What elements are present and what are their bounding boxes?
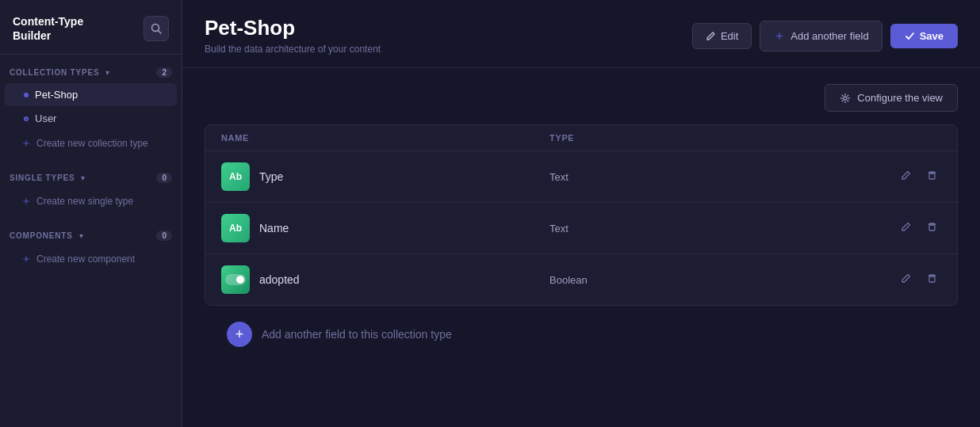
svg-rect-5 <box>929 276 935 282</box>
settings-icon <box>840 93 851 104</box>
delete-field-name-button[interactable] <box>923 218 941 238</box>
main-header: Pet-Shop Build the data architecture of … <box>182 0 980 68</box>
field-type-adopted: Boolean <box>549 274 878 286</box>
add-field-row-label: Add another field to this collection typ… <box>262 328 452 341</box>
delete-field-adopted-button[interactable] <box>923 269 941 290</box>
table-row: Ab Name Text <box>205 203 957 254</box>
field-name-name: Name <box>259 222 289 234</box>
collection-types-section: COLLECTION TYPES ▾ 2 Pet-Shop User ＋ Cre… <box>0 55 182 160</box>
search-icon <box>151 23 162 34</box>
edit-icon <box>900 273 912 284</box>
edit-field-type-button[interactable] <box>897 166 915 187</box>
edit-icon <box>900 170 912 181</box>
add-field-row[interactable]: + Add another field to this collection t… <box>205 306 958 363</box>
field-type-name: Text <box>549 223 878 234</box>
add-field-circle-icon: + <box>227 322 252 347</box>
sidebar: Content-TypeBuilder COLLECTION TYPES ▾ 2… <box>0 0 182 427</box>
edit-button[interactable]: Edit <box>692 23 752 49</box>
field-name-cell-adopted: adopted <box>221 265 549 294</box>
configure-view-label: Configure the view <box>857 92 943 104</box>
pet-shop-label: Pet-Shop <box>35 89 78 101</box>
field-name-adopted: adopted <box>259 273 300 286</box>
field-icon-type: Ab <box>221 162 250 191</box>
toggle-knob <box>236 276 244 284</box>
header-actions: Edit ＋ Add another field Save <box>692 21 958 51</box>
toggle-visual <box>225 274 246 285</box>
single-types-arrow: ▾ <box>81 173 85 182</box>
save-button[interactable]: Save <box>890 24 958 48</box>
trash-icon <box>926 221 938 233</box>
components-section: COMPONENTS ▾ 0 ＋ Create new component <box>0 218 182 276</box>
app-title: Content-TypeBuilder <box>13 14 83 43</box>
table-row: Ab Type Text <box>205 151 957 203</box>
edit-field-name-button[interactable] <box>897 218 915 238</box>
actions-column-header <box>878 133 941 143</box>
single-types-count: 0 <box>156 173 172 183</box>
collection-types-count: 2 <box>156 67 172 78</box>
type-column-header: TYPE <box>549 133 878 143</box>
create-collection-label: Create new collection type <box>36 138 148 149</box>
page-subtitle: Build the data architecture of your cont… <box>205 44 381 55</box>
single-types-label: SINGLE TYPES <box>10 173 75 182</box>
field-actions-name <box>878 218 941 238</box>
edit-field-adopted-button[interactable] <box>897 269 915 290</box>
field-actions-adopted <box>878 269 941 290</box>
svg-rect-4 <box>929 225 935 231</box>
create-collection-type[interactable]: ＋ Create new collection type <box>5 131 177 156</box>
collection-types-header[interactable]: COLLECTION TYPES ▾ 2 <box>0 63 182 82</box>
create-component-plus-icon: ＋ <box>21 252 32 266</box>
table-header: NAME TYPE <box>205 125 957 151</box>
field-icon-adopted <box>221 265 250 294</box>
field-actions-type <box>878 166 941 187</box>
field-name-cell-type: Ab Type <box>221 162 549 191</box>
edit-icon <box>900 221 912 233</box>
sidebar-header: Content-TypeBuilder <box>0 0 182 55</box>
table-row: adopted Boolean <box>205 254 957 305</box>
pencil-icon <box>706 31 716 41</box>
create-single-type[interactable]: ＋ Create new single type <box>5 189 177 214</box>
configure-view-button[interactable]: Configure the view <box>825 84 958 112</box>
single-types-header[interactable]: SINGLE TYPES ▾ 0 <box>0 168 182 188</box>
sidebar-item-user[interactable]: User <box>5 107 177 130</box>
field-icon-label-name: Ab <box>229 223 242 234</box>
field-name-cell-name: Ab Name <box>221 214 549 242</box>
search-button[interactable] <box>144 16 169 41</box>
create-collection-plus-icon: ＋ <box>21 136 32 151</box>
create-single-plus-icon: ＋ <box>21 194 32 208</box>
create-component-label: Create new component <box>36 254 135 265</box>
add-field-plus-icon: ＋ <box>773 28 786 44</box>
svg-rect-3 <box>929 173 935 179</box>
single-types-section: SINGLE TYPES ▾ 0 ＋ Create new single typ… <box>0 160 182 218</box>
edit-label: Edit <box>721 30 738 42</box>
field-type-type: Text <box>549 171 878 183</box>
user-dot <box>24 116 29 121</box>
create-single-label: Create new single type <box>36 196 133 207</box>
field-name-type: Type <box>259 170 283 183</box>
main-content: Pet-Shop Build the data architecture of … <box>182 0 980 427</box>
components-arrow: ▾ <box>79 231 83 240</box>
add-another-field-button[interactable]: ＋ Add another field <box>760 21 882 51</box>
pet-shop-dot <box>24 93 29 97</box>
svg-line-1 <box>159 31 162 34</box>
save-label: Save <box>920 30 944 42</box>
field-icon-name: Ab <box>221 214 250 242</box>
trash-icon <box>926 273 938 284</box>
collection-types-label: COLLECTION TYPES <box>10 68 99 77</box>
field-icon-label-type: Ab <box>229 171 242 182</box>
page-title: Pet-Shop <box>205 16 381 40</box>
user-label: User <box>35 112 56 124</box>
components-header[interactable]: COMPONENTS ▾ 0 <box>0 226 182 246</box>
sidebar-item-pet-shop[interactable]: Pet-Shop <box>5 83 177 106</box>
svg-point-2 <box>844 97 847 100</box>
fields-table: NAME TYPE Ab Type Text <box>205 124 958 306</box>
trash-icon <box>926 170 938 181</box>
main-body: Configure the view NAME TYPE Ab Type Tex… <box>182 68 980 427</box>
create-component[interactable]: ＋ Create new component <box>5 246 177 272</box>
check-icon <box>905 31 915 41</box>
delete-field-type-button[interactable] <box>923 166 941 187</box>
components-count: 0 <box>156 231 172 241</box>
configure-bar: Configure the view <box>205 84 958 112</box>
page-title-area: Pet-Shop Build the data architecture of … <box>205 16 381 55</box>
collection-types-arrow: ▾ <box>105 68 109 77</box>
name-column-header: NAME <box>221 133 549 143</box>
